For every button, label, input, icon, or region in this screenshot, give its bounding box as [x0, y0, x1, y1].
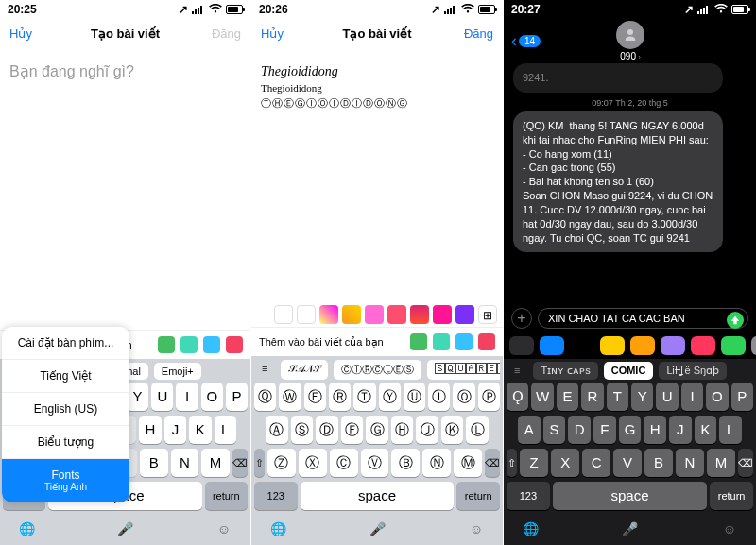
- bg-swatch[interactable]: [387, 305, 406, 324]
- key-letter[interactable]: O: [706, 383, 728, 411]
- post-button[interactable]: Đăng: [198, 26, 241, 41]
- stickers-icon[interactable]: ☺: [466, 519, 487, 539]
- key-letter[interactable]: Ⓛ: [466, 416, 489, 444]
- key-letter[interactable]: R: [581, 383, 603, 411]
- key-letter[interactable]: B: [644, 449, 673, 477]
- back-icon[interactable]: ‹: [511, 31, 517, 51]
- font-chip-selected[interactable]: COMIC: [604, 362, 654, 380]
- key-letter[interactable]: Z: [520, 449, 548, 477]
- imessage-app-icon[interactable]: [630, 336, 655, 355]
- key-letter[interactable]: Ⓑ: [391, 449, 420, 477]
- popover-item-selected[interactable]: Fonts Tiếng Anh: [2, 459, 129, 502]
- key-letter[interactable]: U: [656, 383, 678, 411]
- imessage-app-icon[interactable]: [751, 336, 756, 355]
- key-letter[interactable]: Y: [631, 383, 653, 411]
- font-chip[interactable]: 🅂🅀🅄🄰🅁🄴🅂: [427, 360, 500, 380]
- key-shift[interactable]: ⇧: [507, 449, 517, 477]
- key-letter[interactable]: Ⓜ: [454, 449, 482, 477]
- key-letter[interactable]: T: [607, 383, 628, 411]
- font-bar[interactable]: ≡ 𝒮𝒜𝒩𝒮 ⒸⒾⓇⒸⓁⒺⓈ 🅂🅀🅄🄰🅁🄴🅂 Share A: [254, 360, 500, 383]
- post-button[interactable]: Đăng: [451, 26, 493, 41]
- key-letter[interactable]: Ⓠ: [254, 383, 276, 411]
- key-letter[interactable]: L: [215, 416, 236, 444]
- text-bg-icon[interactable]: [455, 333, 472, 350]
- popover-item[interactable]: Biểu tượng: [2, 426, 129, 459]
- back-badge[interactable]: 14: [519, 35, 541, 47]
- key-letter[interactable]: Ⓣ: [353, 383, 375, 411]
- key-letter[interactable]: Ⓙ: [416, 416, 438, 444]
- key-letter[interactable]: K: [189, 416, 211, 444]
- key-letter[interactable]: Ⓩ: [267, 449, 296, 477]
- key-letter[interactable]: Ⓔ: [304, 383, 326, 411]
- key-return[interactable]: return: [205, 482, 248, 510]
- mic-icon[interactable]: 🎤: [620, 519, 641, 539]
- key-letter[interactable]: Ⓢ: [291, 416, 314, 444]
- stickers-icon[interactable]: ☺: [214, 519, 234, 539]
- key-letter[interactable]: Ⓖ: [366, 416, 388, 444]
- globe-icon[interactable]: 🌐: [267, 519, 288, 539]
- key-letter[interactable]: B: [140, 449, 168, 477]
- key-letter[interactable]: Ⓗ: [391, 416, 414, 444]
- key-backspace[interactable]: ⌫: [232, 449, 248, 477]
- key-letter[interactable]: P: [226, 383, 248, 411]
- font-chip[interactable]: Tɪɴʏ ᴄᴀᴘs: [533, 362, 597, 380]
- key-letter[interactable]: H: [139, 416, 161, 444]
- send-button[interactable]: [727, 312, 744, 329]
- imessage-app-icon[interactable]: [661, 336, 685, 355]
- key-letter[interactable]: N: [171, 449, 199, 477]
- message-thread[interactable]: 9241. 09:07 Th 2, 20 thg 5 (QC) KM thang…: [504, 63, 756, 304]
- imessage-app-icon[interactable]: [721, 336, 746, 355]
- contact-name[interactable]: 090: [620, 51, 636, 61]
- key-letter[interactable]: Ⓤ: [404, 383, 425, 411]
- key-letter[interactable]: W: [531, 383, 553, 411]
- imessage-app-icon[interactable]: [600, 336, 625, 355]
- globe-icon[interactable]: 🌐: [16, 519, 37, 539]
- globe-icon[interactable]: 🌐: [520, 519, 541, 539]
- key-letter[interactable]: Ⓥ: [361, 449, 389, 477]
- key-123[interactable]: 123: [507, 482, 550, 510]
- key-letter[interactable]: M: [201, 449, 230, 477]
- key-letter[interactable]: M: [707, 449, 735, 477]
- drag-handle-icon[interactable]: ≡: [507, 362, 527, 380]
- cancel-button[interactable]: Hủy: [9, 26, 52, 41]
- key-shift[interactable]: ⇧: [254, 449, 265, 477]
- key-letter[interactable]: Y: [127, 383, 148, 411]
- key-letter[interactable]: O: [201, 383, 223, 411]
- key-letter[interactable]: Ⓧ: [299, 449, 327, 477]
- key-letter[interactable]: F: [593, 416, 616, 444]
- key-123[interactable]: 123: [254, 482, 298, 510]
- font-chip[interactable]: Lǐƚƚʆë Sŋɑƥ: [659, 362, 727, 380]
- key-letter[interactable]: C: [582, 449, 610, 477]
- bg-swatch[interactable]: [365, 305, 384, 324]
- bg-swatch[interactable]: [433, 305, 452, 324]
- live-icon[interactable]: [478, 333, 495, 350]
- composer-area[interactable]: Thegioididong Thegioididong ⓉⒽⒺⒼⒾⓄⒾⒹⒾⒹⓄⓃ…: [251, 48, 503, 302]
- bg-swatch[interactable]: [319, 305, 338, 324]
- text-bg-icon[interactable]: [203, 336, 220, 353]
- key-letter[interactable]: Ǫ: [507, 383, 528, 411]
- key-letter[interactable]: G: [619, 416, 642, 444]
- bg-swatch[interactable]: [342, 305, 361, 324]
- key-letter[interactable]: Ⓘ: [428, 383, 450, 411]
- imessage-app-icon[interactable]: [540, 336, 564, 355]
- font-chip[interactable]: Emoji+: [154, 363, 201, 380]
- bg-swatch[interactable]: [297, 305, 316, 324]
- popover-item[interactable]: English (US): [2, 393, 129, 426]
- message-input[interactable]: XIN CHAO TAT CA CAC BAN: [538, 308, 748, 329]
- stickers-icon[interactable]: ☺: [719, 519, 740, 539]
- font-chip[interactable]: ⒸⒾⓇⒸⓁⒺⓈ: [334, 360, 421, 380]
- bg-swatch[interactable]: [274, 305, 293, 324]
- font-bar[interactable]: ≡ Tɪɴʏ ᴄᴀᴘs COMIC Lǐƚƚʆë Sŋɑƥ: [507, 362, 753, 383]
- cancel-button[interactable]: Hủy: [261, 26, 303, 41]
- key-letter[interactable]: D: [568, 416, 591, 444]
- font-chip[interactable]: 𝒮𝒜𝒩𝒮: [281, 360, 328, 380]
- key-letter[interactable]: Ⓐ: [266, 416, 288, 444]
- key-letter[interactable]: V: [613, 449, 642, 477]
- background-swatch-row[interactable]: ⊞: [251, 302, 503, 327]
- key-letter[interactable]: Ⓞ: [453, 383, 474, 411]
- key-letter[interactable]: X: [551, 449, 579, 477]
- key-letter[interactable]: Ⓝ: [422, 449, 451, 477]
- key-backspace[interactable]: ⌫: [485, 449, 500, 477]
- key-letter[interactable]: H: [644, 416, 666, 444]
- key-letter[interactable]: J: [669, 416, 692, 444]
